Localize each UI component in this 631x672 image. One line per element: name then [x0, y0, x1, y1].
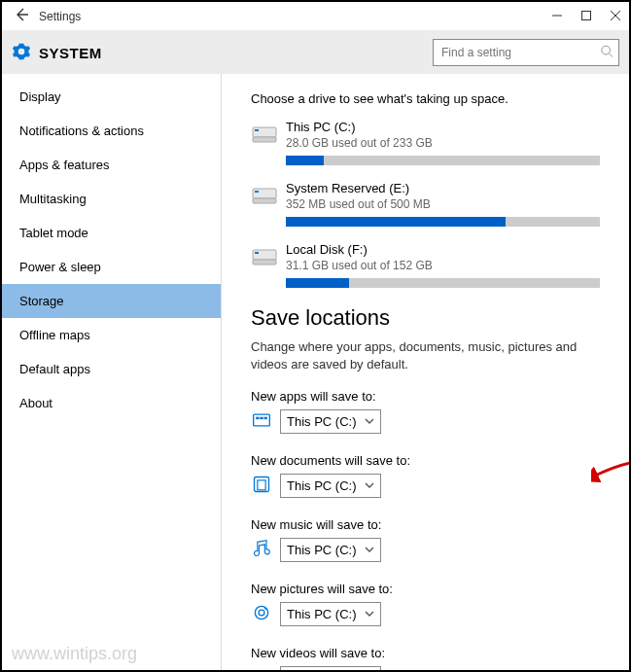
dropdown-value: This PC (C:) — [287, 478, 357, 493]
save-location-label: New pictures will save to: — [251, 582, 600, 596]
documents-icon — [251, 475, 272, 497]
save-location-dropdown[interactable]: This PC (C:) — [280, 538, 381, 562]
app-header: SYSTEM — [2, 31, 629, 74]
svg-rect-18 — [258, 480, 265, 490]
save-location-pictures: New pictures will save to: This PC (C:) — [251, 582, 600, 626]
drive-icon — [251, 124, 286, 148]
gear-icon — [12, 42, 31, 64]
svg-point-21 — [264, 608, 266, 610]
save-locations-desc: Change where your apps, documents, music… — [251, 338, 600, 373]
drive-usage: 352 MB used out of 500 MB — [286, 197, 600, 211]
page-title: SYSTEM — [39, 45, 102, 61]
chevron-down-icon — [365, 543, 374, 557]
svg-rect-8 — [253, 198, 276, 203]
pictures-icon — [251, 603, 272, 625]
save-locations-heading: Save locations — [251, 305, 600, 331]
minimize-icon — [551, 10, 563, 21]
drive-row[interactable]: System Reserved (E:) 352 MB used out of … — [251, 181, 600, 227]
svg-rect-16 — [264, 417, 267, 420]
storage-intro: Choose a drive to see what's taking up s… — [251, 91, 600, 106]
arrow-left-icon — [14, 7, 29, 22]
sidebar-item-about[interactable]: About — [2, 386, 221, 420]
window-titlebar: Settings — [2, 2, 629, 31]
drive-icon — [251, 185, 286, 209]
save-location-videos: New videos will save to: This PC (C:) — [251, 646, 600, 670]
usage-bar — [286, 156, 600, 165]
chevron-down-icon — [365, 414, 374, 429]
save-location-apps: New apps will save to: This PC (C:) — [251, 389, 600, 434]
svg-line-3 — [610, 53, 613, 57]
sidebar-item-display[interactable]: Display — [2, 80, 221, 114]
sidebar-item-power-sleep[interactable]: Power & sleep — [2, 250, 221, 284]
drive-name: System Reserved (E:) — [286, 181, 600, 195]
svg-rect-9 — [255, 191, 259, 193]
save-location-documents: New documents will save to: This PC (C:) — [251, 453, 600, 498]
svg-rect-12 — [255, 252, 259, 254]
sidebar-item-apps-features[interactable]: Apps & features — [2, 148, 221, 182]
svg-rect-7 — [253, 189, 276, 198]
sidebar: DisplayNotifications & actionsApps & fea… — [2, 74, 222, 670]
svg-rect-17 — [255, 477, 269, 492]
maximize-icon — [580, 10, 592, 21]
dropdown-value: This PC (C:) — [287, 414, 357, 429]
usage-bar — [286, 278, 600, 288]
svg-rect-4 — [253, 127, 276, 137]
drive-usage: 28.0 GB used out of 233 GB — [286, 136, 600, 150]
save-location-dropdown[interactable]: This PC (C:) — [280, 666, 381, 670]
svg-rect-10 — [253, 250, 276, 260]
maximize-button[interactable] — [580, 9, 592, 24]
usage-bar — [286, 217, 600, 227]
drive-row[interactable]: This PC (C:) 28.0 GB used out of 233 GB — [251, 120, 600, 165]
save-location-label: New documents will save to: — [251, 453, 600, 468]
svg-rect-15 — [260, 417, 263, 420]
dropdown-value: This PC (C:) — [287, 607, 357, 621]
drive-name: This PC (C:) — [286, 120, 600, 134]
music-icon — [251, 539, 272, 561]
svg-rect-1 — [582, 11, 591, 19]
save-location-label: New videos will save to: — [251, 646, 600, 660]
svg-rect-14 — [256, 417, 259, 420]
sidebar-item-offline-maps[interactable]: Offline maps — [2, 318, 221, 352]
sidebar-item-multitasking[interactable]: Multitasking — [2, 182, 221, 216]
save-location-music: New music will save to: This PC (C:) — [251, 517, 600, 562]
svg-rect-5 — [253, 137, 276, 142]
sidebar-item-default-apps[interactable]: Default apps — [2, 352, 221, 386]
window-title: Settings — [39, 10, 81, 23]
save-location-dropdown[interactable]: This PC (C:) — [280, 409, 381, 434]
svg-point-2 — [602, 46, 611, 54]
drive-row[interactable]: Local Disk (F:) 31.1 GB used out of 152 … — [251, 242, 600, 288]
save-location-dropdown[interactable]: This PC (C:) — [280, 602, 381, 626]
dropdown-value: This PC (C:) — [287, 543, 357, 557]
search-input[interactable] — [433, 39, 619, 66]
search-icon — [600, 45, 613, 61]
main-content: Choose a drive to see what's taking up s… — [222, 74, 629, 670]
chevron-down-icon — [365, 478, 374, 493]
sidebar-item-tablet-mode[interactable]: Tablet mode — [2, 216, 221, 250]
back-button[interactable] — [10, 7, 33, 26]
svg-rect-13 — [254, 415, 270, 427]
svg-rect-11 — [253, 260, 276, 265]
chevron-down-icon — [365, 607, 374, 621]
close-button[interactable] — [610, 9, 621, 24]
save-location-label: New apps will save to: — [251, 389, 600, 404]
sidebar-item-storage[interactable]: Storage — [2, 284, 221, 318]
save-location-label: New music will save to: — [251, 517, 600, 532]
apps-icon — [251, 410, 272, 433]
svg-rect-6 — [255, 129, 259, 131]
videos-icon — [251, 667, 272, 670]
drive-name: Local Disk (F:) — [286, 242, 600, 257]
svg-point-20 — [259, 610, 264, 616]
minimize-button[interactable] — [551, 9, 563, 24]
save-location-dropdown[interactable]: This PC (C:) — [280, 474, 381, 498]
drive-usage: 31.1 GB used out of 152 GB — [286, 259, 600, 272]
sidebar-item-notifications-actions[interactable]: Notifications & actions — [2, 114, 221, 148]
close-icon — [610, 10, 621, 21]
drive-icon — [251, 246, 286, 270]
